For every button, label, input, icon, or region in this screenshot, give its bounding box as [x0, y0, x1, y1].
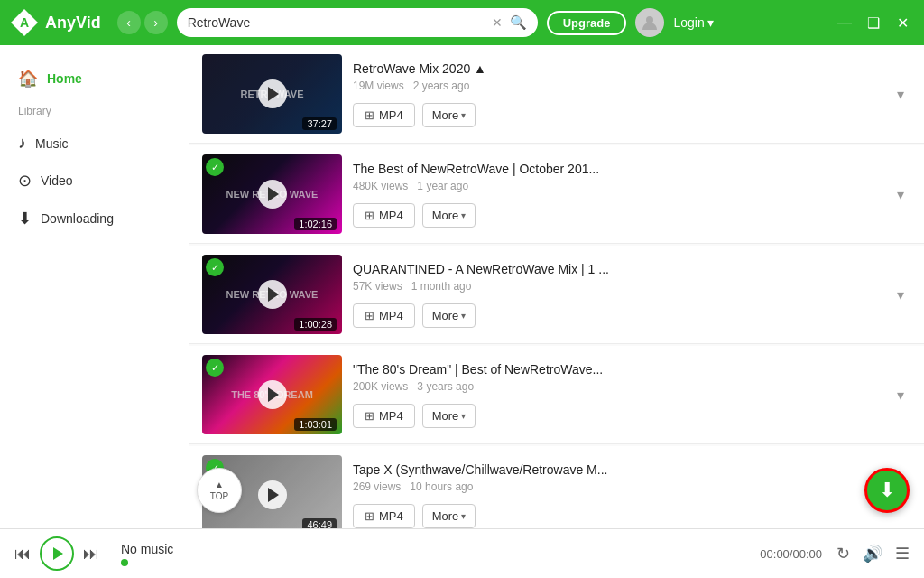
- search-clear-icon[interactable]: ✕: [492, 15, 503, 30]
- list-item: THE 80'S DREAM 1:03:01 ✓ "The 80's Dream…: [189, 346, 924, 444]
- nav-arrows: ‹ ›: [117, 11, 168, 34]
- mp4-label: MP4: [379, 509, 403, 523]
- window-controls: — ❑ ✕: [834, 12, 913, 33]
- more-button[interactable]: More ▾: [422, 404, 476, 428]
- video-thumbnail: NEW RETRO WAVE 1:02:16 ✓: [202, 154, 342, 234]
- thumb-play-icon: [268, 87, 279, 101]
- sidebar: 🏠 Home Library ♪ Music ⊙ Video ⬇ Downloa…: [0, 45, 189, 528]
- download-fab-icon: ⬇: [879, 479, 895, 502]
- next-button[interactable]: ⏭: [83, 545, 99, 564]
- more-button[interactable]: More ▾: [422, 203, 476, 228]
- chevron-down-icon: ▾: [461, 411, 466, 421]
- main-area: 🏠 Home Library ♪ Music ⊙ Video ⬇ Downloa…: [0, 45, 924, 528]
- chevron-down-icon: ▾: [897, 286, 904, 303]
- mp4-button[interactable]: ⊞ MP4: [353, 504, 415, 528]
- video-info: The Best of NewRetroWave | October 201..…: [342, 162, 890, 228]
- video-meta: 269 views 10 hours ago: [353, 480, 879, 493]
- sidebar-item-video[interactable]: ⊙ Video: [0, 162, 189, 200]
- sidebar-item-downloading[interactable]: ⬇ Downloading: [0, 200, 189, 238]
- sidebar-item-home[interactable]: 🏠 Home: [0, 60, 189, 98]
- more-button[interactable]: More ▾: [422, 504, 476, 528]
- chevron-down-icon: ▾: [897, 86, 904, 103]
- mp4-button[interactable]: ⊞ MP4: [353, 203, 415, 228]
- play-pause-button[interactable]: [40, 536, 74, 571]
- sidebar-item-downloading-label: Downloading: [41, 211, 114, 226]
- thumb-play-icon: [268, 488, 279, 502]
- expand-button[interactable]: ▾: [890, 183, 911, 205]
- mp4-icon: ⊞: [365, 209, 374, 222]
- player-bar: ⏮ ⏭ No music 00:00/00:00 ↻ 🔊 ☰: [0, 528, 924, 578]
- repeat-icon[interactable]: ↻: [836, 544, 850, 564]
- sidebar-item-home-label: Home: [47, 71, 82, 86]
- search-bar: ✕ 🔍: [177, 8, 538, 37]
- chevron-down-icon: ▾: [897, 387, 904, 404]
- video-meta: 57K views 1 month ago: [353, 280, 879, 293]
- title-bar: A AnyVid ‹ › ✕ 🔍 Upgrade Login ▾ — ❑ ✕: [0, 0, 924, 45]
- progress-indicator: [121, 559, 128, 566]
- chevron-down-icon: ▾: [897, 186, 904, 203]
- prev-button[interactable]: ⏮: [14, 545, 31, 564]
- more-button[interactable]: More ▾: [422, 103, 476, 127]
- more-label: More: [432, 409, 459, 423]
- player-controls: ⏮ ⏭: [14, 536, 99, 571]
- login-button[interactable]: Login ▾: [673, 15, 713, 30]
- close-button[interactable]: ✕: [892, 12, 913, 33]
- thumb-play-button[interactable]: [258, 380, 287, 409]
- thumb-play-button[interactable]: [258, 280, 287, 309]
- mp4-button[interactable]: ⊞ MP4: [353, 404, 415, 428]
- mp4-icon: ⊞: [365, 509, 374, 523]
- mp4-button[interactable]: ⊞ MP4: [353, 103, 415, 127]
- app-name: AnyVid: [45, 14, 101, 33]
- sidebar-item-music[interactable]: ♪ Music: [0, 125, 189, 162]
- more-button[interactable]: More ▾: [422, 303, 476, 328]
- thumb-play-icon: [268, 287, 279, 302]
- content-area: RETROWAVE 37:27 RetroWave Mix 2020 ▲ 19M…: [189, 45, 924, 528]
- mp4-icon: ⊞: [365, 309, 374, 322]
- chevron-down-icon: ▾: [461, 311, 466, 321]
- thumb-play-button[interactable]: [258, 480, 287, 509]
- search-icon[interactable]: 🔍: [510, 14, 527, 31]
- list-item: NEW RETRO WAVE 1:02:16 ✓ The Best of New…: [189, 145, 924, 244]
- queue-icon[interactable]: ☰: [895, 544, 910, 564]
- sidebar-item-music-label: Music: [35, 136, 69, 151]
- maximize-button[interactable]: ❑: [863, 12, 884, 33]
- video-thumbnail: THE 80'S DREAM 1:03:01 ✓: [202, 355, 342, 434]
- mp4-label: MP4: [379, 209, 403, 222]
- video-info: QUARANTINED - A NewRetroWave Mix | 1 ...…: [342, 262, 890, 328]
- expand-button[interactable]: ▾: [890, 284, 911, 305]
- video-meta: 480K views 1 year ago: [353, 180, 879, 192]
- app-logo: A AnyVid: [11, 9, 101, 36]
- top-chevron-icon: ▲: [215, 480, 224, 489]
- song-info: No music: [121, 542, 173, 566]
- minimize-button[interactable]: —: [834, 12, 855, 33]
- video-info: RetroWave Mix 2020 ▲ 19M views 2 years a…: [342, 61, 890, 127]
- expand-button[interactable]: ▾: [890, 83, 911, 105]
- video-info: Tape X (Synthwave/Chillwave/Retrowave M.…: [342, 462, 890, 528]
- thumb-play-button[interactable]: [258, 180, 287, 209]
- nav-back-button[interactable]: ‹: [117, 11, 141, 34]
- duration-badge: 37:27: [302, 117, 337, 130]
- video-actions: ⊞ MP4 More ▾: [353, 404, 879, 428]
- mp4-button[interactable]: ⊞ MP4: [353, 303, 415, 328]
- video-thumbnail: RETROWAVE 37:27: [202, 54, 342, 134]
- svg-point-0: [646, 16, 653, 23]
- check-badge: ✓: [206, 359, 224, 377]
- logo-icon: A: [11, 9, 38, 36]
- video-thumbnail: NEW RETRO WAVE 1:00:28 ✓: [202, 255, 342, 334]
- expand-button[interactable]: ▾: [890, 384, 911, 406]
- search-input[interactable]: [188, 15, 485, 30]
- download-icon: ⬇: [18, 209, 32, 228]
- chevron-down-icon: ▾: [461, 110, 466, 120]
- volume-icon[interactable]: 🔊: [863, 544, 882, 564]
- download-fab-button[interactable]: ⬇: [864, 468, 910, 513]
- nav-forward-button[interactable]: ›: [144, 11, 168, 34]
- thumb-play-button[interactable]: [258, 79, 287, 108]
- top-label: TOP: [210, 491, 228, 501]
- avatar: [635, 8, 664, 37]
- upgrade-button[interactable]: Upgrade: [547, 11, 627, 35]
- chevron-down-icon: ▾: [461, 210, 466, 220]
- scroll-to-top-button[interactable]: ▲ TOP: [197, 468, 242, 513]
- mp4-icon: ⊞: [365, 108, 374, 122]
- mp4-icon: ⊞: [365, 409, 374, 423]
- more-label: More: [432, 108, 459, 122]
